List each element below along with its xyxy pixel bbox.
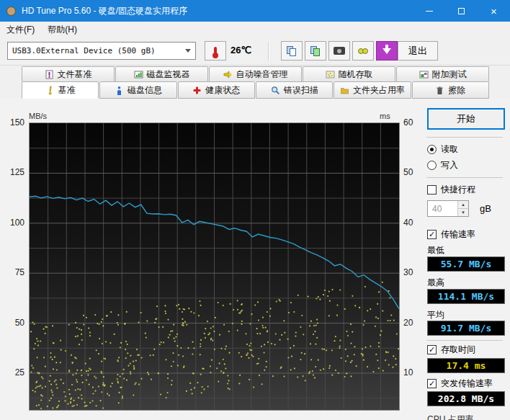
copy-text-icon	[287, 46, 297, 56]
close-button[interactable]: ×	[478, 0, 510, 22]
write-radio-label: 写入	[441, 159, 458, 171]
short-stroke-label: 快捷行程	[441, 184, 475, 196]
tab-label: 擦除	[448, 84, 465, 97]
right-axis-tick-label: 50	[403, 167, 413, 177]
tab-aam[interactable]: 自动噪音管理	[209, 66, 302, 81]
copy-image-button[interactable]	[305, 41, 326, 61]
right-axis-unit-label: ms	[380, 112, 390, 120]
temperature-button[interactable]	[205, 41, 226, 61]
transfer-rate-label: 传输速率	[441, 228, 475, 241]
access-time-label: 存取时间	[441, 344, 475, 356]
folder-usage-icon	[340, 86, 349, 95]
left-axis-tick-label: 25	[3, 367, 24, 377]
extra-tests-icon	[419, 70, 429, 79]
panel-separator	[426, 177, 503, 178]
device-select-value: USB3.0External Device (500 gB)	[12, 46, 185, 55]
burst-rate-checkbox[interactable]: ✓ 突发传输速率	[427, 378, 493, 389]
save-download-icon	[382, 48, 391, 54]
thermometer-icon	[214, 47, 217, 55]
maximum-label: 最高	[427, 277, 444, 289]
minimum-label: 最低	[427, 244, 444, 256]
read-radio-label: 读取	[441, 143, 458, 156]
main-area: MB/s ms 150125100755025605040302010 开始 读…	[0, 99, 510, 420]
toolbar: USB3.0External Device (500 gB) 26℃ 退出	[0, 37, 510, 66]
random-access-icon	[326, 70, 335, 79]
hd-tune-window: HD Tune Pro 5.60 - 硬盘/固态硬盘实用程序 × 文件(F) 帮…	[0, 0, 510, 420]
stepper-down-button[interactable]: ▼	[458, 208, 468, 216]
write-radio[interactable]: 写入	[427, 160, 458, 171]
average-value-display: 91.7 MB/s	[427, 321, 505, 336]
copy-text-button[interactable]	[281, 41, 303, 61]
read-radio[interactable]: 读取	[427, 144, 458, 155]
menu-file[interactable]: 文件(F)	[0, 22, 41, 37]
copy-image-icon	[310, 46, 321, 56]
tab-disk-info[interactable]: 磁盘信息	[99, 81, 176, 99]
radio-write-icon	[427, 161, 437, 170]
minimize-button[interactable]	[413, 0, 445, 22]
titlebar: HD Tune Pro 5.60 - 硬盘/固态硬盘实用程序 ×	[0, 0, 510, 22]
stepper-up-button[interactable]: ▲	[458, 201, 468, 208]
left-axis-tick-label: 50	[3, 318, 24, 328]
view-glasses-icon	[358, 48, 368, 54]
access-time-value-display: 17.4 ms	[427, 358, 505, 373]
benchmark-chart-svg	[30, 123, 399, 410]
left-axis-unit-label: MB/s	[29, 112, 47, 120]
tab-random-access[interactable]: 随机存取	[303, 66, 395, 81]
tab-extra-tests[interactable]: 附加测试	[396, 66, 489, 81]
tab-error-scan[interactable]: 错误扫描	[256, 81, 333, 99]
short-stroke-checkbox[interactable]: 快捷行程	[427, 184, 475, 195]
radio-read-icon	[427, 145, 437, 154]
checkbox-unchecked-icon	[427, 185, 437, 195]
right-axis-tick-label: 60	[403, 117, 413, 128]
tab-label: 文件基准	[58, 68, 92, 81]
chevron-down-icon	[185, 49, 191, 53]
panel-separator	[426, 340, 503, 341]
close-icon: ×	[491, 6, 497, 17]
save-results-button[interactable]	[376, 41, 398, 61]
short-stroke-size-value: 40	[428, 201, 457, 216]
health-icon	[192, 86, 202, 95]
transfer-rate-checkbox[interactable]: ✓ 传输速率	[427, 229, 475, 240]
tab-row-secondary: 文件基准磁盘监视器自动噪音管理随机存取附加测试	[22, 66, 490, 81]
left-axis-tick-label: 100	[3, 218, 24, 228]
menu-help[interactable]: 帮助(H)	[41, 22, 84, 37]
screenshot-button[interactable]	[328, 41, 350, 61]
panel-separator	[426, 137, 503, 138]
right-axis-tick-label: 40	[403, 218, 413, 228]
checkbox-checked-icon: ✓	[427, 230, 437, 239]
view-button[interactable]	[352, 41, 374, 61]
tab-health[interactable]: 健康状态	[178, 81, 255, 99]
tab-label: 随机存取	[339, 68, 373, 81]
start-button[interactable]: 开始	[427, 108, 505, 130]
minimum-value-display: 55.7 MB/s	[427, 256, 505, 272]
app-logo-icon	[6, 6, 16, 16]
toolbar-separator	[268, 42, 269, 61]
tab-label: 文件夹占用率	[353, 84, 405, 97]
tab-erase[interactable]: 擦除	[412, 81, 489, 99]
access-time-checkbox[interactable]: ✓ 存取时间	[427, 344, 475, 355]
checkbox-checked-icon: ✓	[427, 379, 437, 388]
tab-label: 磁盘监视器	[147, 68, 190, 81]
tab-disk-monitor[interactable]: 磁盘监视器	[115, 66, 208, 81]
short-stroke-size-stepper[interactable]: 40 ▲ ▼	[427, 200, 469, 217]
burst-rate-value-display: 202.8 MB/s	[427, 391, 505, 406]
exit-button[interactable]: 退出	[398, 41, 438, 61]
menubar: 文件(F) 帮助(H)	[0, 22, 510, 37]
tab-label: 错误扫描	[284, 84, 318, 97]
benchmark-plot	[29, 122, 400, 411]
left-axis-tick-label: 125	[3, 167, 24, 177]
window-title: HD Tune Pro 5.60 - 硬盘/固态硬盘实用程序	[22, 5, 413, 17]
device-select[interactable]: USB3.0External Device (500 gB)	[7, 42, 196, 60]
right-axis-tick-label: 10	[403, 367, 413, 377]
file-benchmark-icon	[45, 70, 54, 79]
checkbox-checked-icon: ✓	[427, 345, 437, 354]
tab-folder-usage[interactable]: 文件夹占用率	[334, 81, 411, 99]
erase-icon	[435, 86, 444, 95]
maximum-value-display: 114.1 MB/s	[427, 289, 505, 304]
screenshot-camera-icon	[334, 47, 345, 55]
tab-file-benchmark[interactable]: 文件基准	[22, 66, 115, 81]
tab-benchmark[interactable]: 基准	[22, 81, 99, 99]
minimize-icon	[426, 11, 433, 12]
maximize-button[interactable]	[445, 0, 478, 22]
tab-label: 基准	[58, 84, 76, 97]
